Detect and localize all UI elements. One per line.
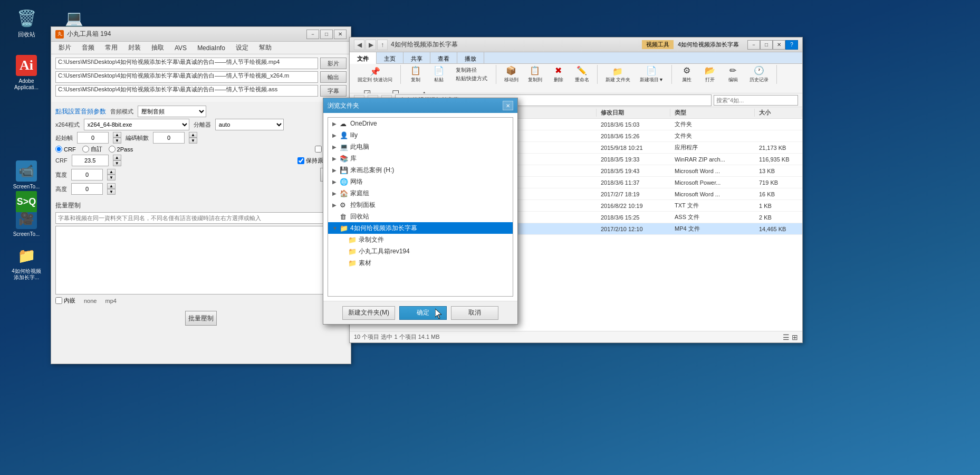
- dialog-close-button[interactable]: ✕: [503, 101, 513, 110]
- toggle-library[interactable]: ▶: [332, 156, 340, 162]
- forward-button[interactable]: ▶: [366, 40, 376, 50]
- toggle-computer[interactable]: ▶: [332, 144, 340, 150]
- output-button[interactable]: 輸出: [320, 71, 347, 83]
- back-button[interactable]: ◀: [354, 40, 364, 50]
- menu-settings[interactable]: 设定: [230, 42, 254, 54]
- x264-select[interactable]: x264_64-8bit.exe: [84, 119, 189, 130]
- toggle-onedrive[interactable]: ▶: [332, 121, 340, 127]
- copy-button[interactable]: 📋 复制: [405, 64, 426, 85]
- tree-item-recycle[interactable]: 🗑 回收站: [328, 211, 513, 222]
- height-down[interactable]: ▼: [107, 189, 116, 195]
- search-input[interactable]: [714, 95, 798, 106]
- view-icon-button[interactable]: ⊞: [792, 333, 798, 341]
- crf-input[interactable]: [72, 155, 109, 166]
- radio-custom[interactable]: 自訂: [82, 145, 102, 153]
- toggle-network[interactable]: ▶: [332, 179, 340, 185]
- col-date[interactable]: 修改日期: [597, 109, 670, 117]
- radio-2pass[interactable]: 2Pass: [109, 146, 133, 153]
- menu-common[interactable]: 常用: [100, 42, 123, 54]
- copy-path-button[interactable]: 复制路径: [454, 66, 489, 74]
- separator-select[interactable]: auto: [215, 119, 284, 130]
- new-folder-dialog-button[interactable]: 新建文件夹(M): [342, 306, 395, 320]
- pin-button[interactable]: 📌 固定到 快速访问: [354, 64, 396, 85]
- tree-item-folder4[interactable]: ▼ 📁 4如何给视频添加长字幕: [328, 222, 513, 234]
- desktop-icon-sqs[interactable]: S>Q: [5, 189, 47, 216]
- tab-share[interactable]: 共享: [403, 52, 430, 65]
- audio-settings-link[interactable]: 點我設置音頻参数: [55, 107, 106, 116]
- menu-avs[interactable]: AVS: [169, 42, 192, 54]
- toggle-drive[interactable]: ▶: [332, 167, 340, 173]
- encode-frames-up[interactable]: ▲: [189, 132, 197, 138]
- subtitle-button[interactable]: 字幕: [320, 85, 347, 97]
- movie-button[interactable]: 影片: [320, 58, 347, 69]
- menu-extract[interactable]: 抽取: [146, 42, 169, 54]
- rename-button[interactable]: ✏️ 重命名: [571, 64, 593, 85]
- properties-button[interactable]: ⚙ 属性: [676, 64, 697, 85]
- desktop-icon-recycle[interactable]: 🗑️ 回收站: [5, 5, 47, 41]
- tree-item-homegroup[interactable]: ▶ 🏠 家庭组: [328, 187, 513, 199]
- inner-checkbox[interactable]: 內嵌: [55, 297, 75, 305]
- tab-view[interactable]: 查看: [430, 52, 457, 65]
- tab-play[interactable]: 播放: [457, 52, 484, 65]
- height-up[interactable]: ▲: [107, 183, 116, 189]
- menu-mediainfo[interactable]: MediaInfo: [192, 42, 230, 54]
- desktop-icon-screento1[interactable]: 📹 ScreenTo...: [5, 158, 47, 192]
- paste-quick-button[interactable]: 粘贴快捷方式: [454, 74, 489, 83]
- batch-run-button[interactable]: 批量壓制: [185, 311, 217, 326]
- paste-button[interactable]: 📄 粘贴: [428, 64, 449, 85]
- tab-home[interactable]: 主页: [377, 52, 403, 65]
- start-frame-up[interactable]: ▲: [113, 132, 121, 138]
- explorer-close[interactable]: ✕: [773, 40, 785, 50]
- col-type[interactable]: 类型: [670, 109, 755, 117]
- menu-audio[interactable]: 音频: [76, 42, 100, 54]
- maximize-button[interactable]: □: [320, 30, 333, 39]
- view-detail-button[interactable]: ☰: [783, 333, 790, 341]
- explorer-minimize[interactable]: －: [747, 40, 760, 50]
- width-input[interactable]: [71, 169, 103, 180]
- help-button[interactable]: ?: [785, 40, 798, 50]
- tree-item-drive[interactable]: ▶ 💾 来画总案例 (H:): [328, 164, 513, 176]
- encode-frames-down[interactable]: ▼: [189, 138, 197, 144]
- col-size[interactable]: 大小: [755, 109, 802, 117]
- edit-button[interactable]: ✏ 编辑: [723, 64, 744, 85]
- dialog-titlebar[interactable]: 浏览文件夹 ✕: [323, 98, 517, 113]
- width-down[interactable]: ▼: [107, 175, 116, 180]
- open-button[interactable]: 📂 打开: [699, 64, 720, 85]
- main-titlebar[interactable]: 丸 小丸工具箱 194 － □ ✕: [51, 27, 351, 42]
- tree-item-lily[interactable]: ▶ 👤 lily: [328, 129, 513, 141]
- tree-item-library[interactable]: ▶ 📚 库: [328, 153, 513, 164]
- height-input[interactable]: [71, 183, 103, 195]
- move-to-button[interactable]: 📦 移动到: [501, 64, 522, 85]
- toggle-lily[interactable]: ▶: [332, 132, 340, 138]
- desktop-icon-folder4[interactable]: 📁 4如何给视频添加长字...: [5, 243, 47, 283]
- explorer-maximize[interactable]: □: [760, 40, 773, 50]
- start-frame-input[interactable]: [77, 132, 109, 144]
- tree-item-records[interactable]: 📁 录制文件: [328, 234, 513, 245]
- width-up[interactable]: ▲: [107, 169, 116, 175]
- tree-item-materials[interactable]: 📁 素材: [328, 257, 513, 269]
- radio-crf[interactable]: CRF: [55, 146, 76, 153]
- tree-item-onedrive[interactable]: ▶ ☁ OneDrive: [328, 118, 513, 129]
- tree-item-controlpanel[interactable]: ▶ ⚙ 控制面板: [328, 199, 513, 211]
- ok-button[interactable]: 确定: [399, 306, 447, 320]
- copy-to-button[interactable]: 📋 复制到: [524, 64, 546, 85]
- tree-item-network[interactable]: ▶ 🌐 网络: [328, 176, 513, 187]
- toggle-controlpanel[interactable]: ▶: [332, 202, 340, 208]
- cancel-button[interactable]: 取消: [451, 306, 498, 320]
- new-item-button[interactable]: 📄 新建项目▼: [636, 64, 667, 85]
- menu-package[interactable]: 封装: [123, 42, 146, 54]
- tree-item-toolbox[interactable]: 📁 小丸工具箱rev194: [328, 245, 513, 257]
- tab-file[interactable]: 文件: [350, 52, 377, 65]
- close-button[interactable]: ✕: [334, 30, 347, 39]
- menu-movie[interactable]: 影片: [53, 42, 76, 54]
- menu-help[interactable]: 幫助: [254, 42, 277, 54]
- history-button[interactable]: 🕐 历史记录: [746, 64, 772, 85]
- tree-item-computer[interactable]: ▶ 💻 此电脑: [328, 141, 513, 153]
- minimize-button[interactable]: －: [306, 30, 319, 39]
- audio-mode-select[interactable]: 壓制音頻: [138, 106, 206, 117]
- toggle-folder4[interactable]: ▼: [332, 225, 340, 231]
- crf-up[interactable]: ▲: [113, 155, 121, 160]
- explorer-titlebar[interactable]: ◀ ▶ ↑ 4如何给视频添加长字幕 视频工具 4如何给视频添加长字幕 － □ ✕…: [350, 37, 802, 52]
- delete-button[interactable]: ✖ 删除: [548, 64, 569, 85]
- encode-frames-input[interactable]: [153, 132, 185, 144]
